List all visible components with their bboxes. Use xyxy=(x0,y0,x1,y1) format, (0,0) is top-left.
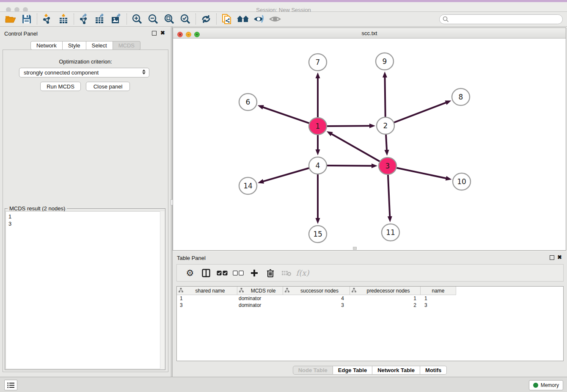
graph-edge[interactable] xyxy=(331,134,381,162)
save-icon[interactable] xyxy=(19,13,35,25)
col-name[interactable]: name xyxy=(421,287,456,295)
home-neighbors-icon[interactable] xyxy=(235,13,251,25)
memory-label: Memory xyxy=(541,382,559,388)
col-predecessor-nodes[interactable]: predecessor nodes xyxy=(350,287,421,295)
graph-edge[interactable] xyxy=(325,126,370,126)
edge-arrowhead xyxy=(388,216,392,222)
table-row[interactable]: 1dominator411 xyxy=(177,295,563,302)
node-label: 4 xyxy=(316,161,320,170)
graph-node-15[interactable]: 15 xyxy=(309,226,327,243)
import-table-icon[interactable] xyxy=(55,13,72,25)
export-network-icon[interactable] xyxy=(76,13,92,25)
search-input[interactable] xyxy=(439,14,563,24)
table-panel: Table Panel ✖ ⚙ f(x) shared name xyxy=(173,252,567,377)
graph-edge[interactable] xyxy=(385,77,385,118)
import-network-icon[interactable] xyxy=(39,13,55,25)
table-cell[interactable]: dominator xyxy=(237,295,283,302)
deselect-all-icon[interactable] xyxy=(230,266,246,280)
graph-node-1[interactable]: 1 xyxy=(309,118,327,135)
settings-gear-icon[interactable]: ⚙ xyxy=(182,266,198,280)
graph-edge[interactable] xyxy=(395,168,447,179)
zoom-in-icon[interactable] xyxy=(129,13,145,25)
table-cell[interactable]: 3 xyxy=(421,302,456,309)
table-cell[interactable]: 3 xyxy=(177,302,237,309)
graph-edge[interactable] xyxy=(263,168,311,182)
graph-node-3[interactable]: 3 xyxy=(379,157,396,174)
zoom-fit-icon[interactable] xyxy=(161,13,177,25)
delete-column-icon[interactable] xyxy=(262,266,278,280)
node-label: 7 xyxy=(316,58,320,66)
function-builder-icon[interactable]: f(x) xyxy=(295,266,311,280)
mcds-result-scrollbar[interactable] xyxy=(160,211,165,369)
table-cell[interactable]: 4 xyxy=(283,295,350,302)
memory-button[interactable]: Memory xyxy=(529,380,563,390)
column-type-icon xyxy=(179,288,183,294)
table-cell[interactable]: 2 xyxy=(350,302,421,309)
canvas-scrollbar-thumb[interactable] xyxy=(353,247,357,250)
zoom-selected-icon[interactable] xyxy=(177,13,193,25)
graph-edge[interactable] xyxy=(393,102,447,123)
table-cell[interactable]: 1 xyxy=(421,295,456,302)
col-shared-name[interactable]: shared name xyxy=(177,287,237,295)
table-row[interactable]: 3dominator323 xyxy=(177,302,563,309)
tab-node-table[interactable]: Node Table xyxy=(293,366,333,375)
table-cell[interactable]: 1 xyxy=(177,295,237,302)
tab-mcds[interactable]: MCDS xyxy=(113,41,140,50)
graph-edge[interactable] xyxy=(388,174,390,217)
col-successor-nodes[interactable]: successor nodes xyxy=(283,287,350,295)
node-label: 3 xyxy=(385,162,390,170)
mcds-result-fieldset: MCDS result (2 nodes) 1 3 xyxy=(5,208,165,370)
graph-edge[interactable] xyxy=(386,133,387,151)
graph-node-7[interactable]: 7 xyxy=(309,54,327,71)
graph-node-8[interactable]: 8 xyxy=(452,88,470,105)
eye-icon[interactable] xyxy=(267,13,283,25)
network-view-titlebar[interactable]: ✕−+ scc.txt xyxy=(173,28,566,39)
float-table-panel-icon[interactable] xyxy=(550,255,554,260)
tab-select[interactable]: Select xyxy=(86,41,113,50)
open-folder-icon[interactable] xyxy=(3,13,19,25)
graph-node-10[interactable]: 10 xyxy=(453,173,471,190)
graph-node-9[interactable]: 9 xyxy=(376,53,394,70)
export-image-icon[interactable] xyxy=(108,13,124,25)
close-table-panel-icon[interactable]: ✖ xyxy=(557,255,562,259)
task-history-button[interactable] xyxy=(4,380,17,390)
refresh-layout-icon[interactable] xyxy=(198,13,214,25)
tab-motifs[interactable]: Motifs xyxy=(420,366,447,375)
mcds-result-text[interactable]: 1 3 xyxy=(6,211,165,369)
tab-edge-table[interactable]: Edge Table xyxy=(333,366,372,375)
graph-node-4[interactable]: 4 xyxy=(309,157,327,174)
criterion-select[interactable]: strongly connected component xyxy=(19,68,149,77)
col-mcds-role[interactable]: MCDS role xyxy=(237,287,283,295)
graph-node-11[interactable]: 11 xyxy=(382,224,399,241)
eye-slash-icon[interactable] xyxy=(251,13,267,25)
graph-edge[interactable] xyxy=(325,166,372,166)
float-panel-icon[interactable] xyxy=(152,31,157,36)
search-icon xyxy=(443,16,449,22)
delete-table-icon[interactable] xyxy=(278,266,295,280)
table-cell[interactable]: 1 xyxy=(350,295,421,302)
tab-style[interactable]: Style xyxy=(63,41,86,50)
select-stepper-icon xyxy=(142,69,146,75)
zoom-out-icon[interactable] xyxy=(145,13,161,25)
graph-node-6[interactable]: 6 xyxy=(239,94,257,110)
tab-network-table[interactable]: Network Table xyxy=(372,366,420,375)
table-cell[interactable]: 3 xyxy=(283,302,350,309)
graph-edge[interactable] xyxy=(262,107,311,124)
export-table-icon[interactable] xyxy=(92,13,108,25)
run-mcds-button[interactable]: Run MCDS xyxy=(40,82,81,91)
node-table[interactable]: shared name MCDS role successor nodes pr… xyxy=(176,286,564,361)
close-panel-icon[interactable]: ✖ xyxy=(160,30,165,35)
graph-node-2[interactable]: 2 xyxy=(377,117,394,134)
split-panel-icon[interactable] xyxy=(198,266,214,280)
edge-arrowhead xyxy=(383,72,387,77)
table-cell[interactable]: dominator xyxy=(237,302,283,309)
graph-node-14[interactable]: 14 xyxy=(239,177,257,194)
network-canvas[interactable]: 7968124314101511 xyxy=(173,39,566,250)
copy-network-icon[interactable] xyxy=(219,13,235,25)
control-panel-title: Control Panel xyxy=(4,30,38,37)
tab-network[interactable]: Network xyxy=(30,41,63,50)
close-panel-button[interactable]: Close panel xyxy=(86,82,130,91)
add-column-icon[interactable] xyxy=(246,266,262,280)
criterion-value: strongly connected component xyxy=(24,69,99,76)
select-all-icon[interactable] xyxy=(214,266,230,280)
